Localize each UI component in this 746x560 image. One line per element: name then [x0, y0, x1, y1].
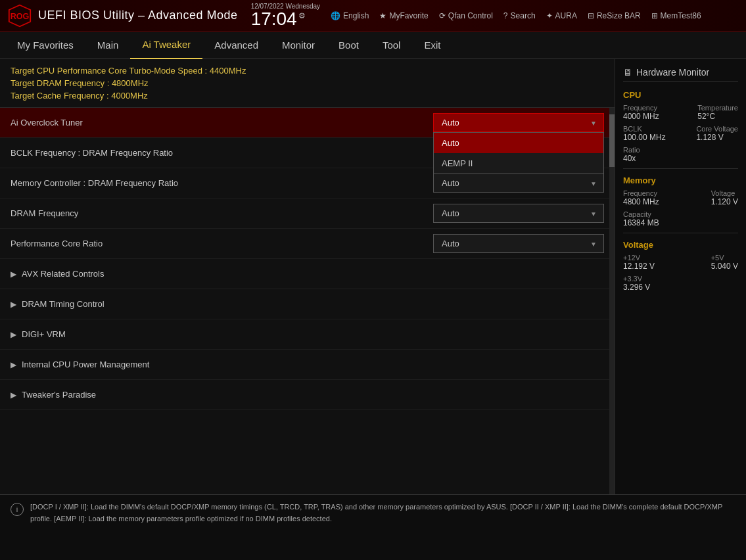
option-auto[interactable]: Auto	[434, 133, 603, 153]
hw-12v-value: 12.192 V	[623, 262, 655, 271]
hw-5v-value: 5.040 V	[711, 262, 738, 271]
hw-cpu-temp-value: 52°C	[697, 112, 738, 121]
hw-33v-label: +3.3V	[623, 275, 650, 283]
menu-item-exit[interactable]: Exit	[412, 32, 452, 59]
setting-ai-overclock-tuner: Ai Overclock Tuner Auto Auto AEMP II	[0, 108, 615, 138]
datetime-block: 12/07/2022 Wednesday 17:04⚙	[251, 3, 320, 28]
hw-cpu-freq-value: 4000 MHz	[623, 112, 659, 121]
hw-12v-row: +12V 12.192 V +5V 5.040 V	[623, 254, 738, 271]
hw-mem-freq-value: 4800 MHz	[623, 197, 659, 206]
memory-controller-dropdown-wrapper: Auto	[433, 174, 604, 193]
header-nav: 🌐 English ★ MyFavorite ⟳ Qfan Control ? …	[331, 11, 701, 20]
expand-cpu-power[interactable]: ▶ Internal CPU Power Management	[0, 350, 615, 380]
menubar: My Favorites Main Ai Tweaker Advanced Mo…	[0, 32, 746, 59]
menu-item-tool[interactable]: Tool	[371, 32, 413, 59]
hw-core-voltage-value: 1.128 V	[696, 133, 738, 142]
svg-text:ROG: ROG	[11, 12, 30, 21]
menu-item-boot[interactable]: Boot	[327, 32, 371, 59]
bclk-dram-label: BCLK Frequency : DRAM Frequency Ratio	[11, 148, 433, 158]
memory-controller-dropdown[interactable]: Auto	[433, 174, 604, 193]
expand-tp-label: Tweaker's Paradise	[22, 390, 96, 400]
aura-icon: ✦	[546, 11, 553, 20]
info-icon: i	[11, 503, 24, 516]
header: ROG UEFI BIOS Utility – Advanced Mode 12…	[0, 0, 746, 32]
expand-tweakers-paradise[interactable]: ▶ Tweaker's Paradise	[0, 380, 615, 410]
hw-mem-capacity-row: Capacity 16384 MB	[623, 210, 738, 227]
settings-list: Ai Overclock Tuner Auto Auto AEMP II BCL…	[0, 108, 615, 410]
target-dram-line: Target DRAM Frequency : 4800MHz	[11, 78, 604, 88]
menu-item-main[interactable]: Main	[85, 32, 131, 59]
info-box: i [DOCP I / XMP II]: Load the DIMM's def…	[0, 494, 746, 560]
menu-item-monitor[interactable]: Monitor	[270, 32, 327, 59]
option-aemp2[interactable]: AEMP II	[434, 153, 603, 174]
expand-arrow-avx: ▶	[11, 269, 16, 279]
scroll-thumb[interactable]	[609, 114, 615, 167]
setting-performance-core-ratio: Performance Core Ratio Auto	[0, 229, 615, 259]
hw-ratio-label: Ratio	[623, 146, 640, 154]
expand-avx[interactable]: ▶ AVX Related Controls	[0, 259, 615, 289]
star-icon: ★	[379, 11, 386, 20]
expand-dram-timing[interactable]: ▶ DRAM Timing Control	[0, 289, 615, 319]
hw-mem-freq-row: Frequency 4800 MHz Voltage 1.120 V	[623, 189, 738, 206]
perf-core-ratio-label: Performance Core Ratio	[11, 239, 433, 248]
main-layout: Target CPU Performance Core Turbo-Mode S…	[0, 59, 746, 494]
hw-33v-value: 3.296 V	[623, 283, 650, 292]
nav-aura[interactable]: ✦ AURA	[546, 11, 577, 20]
hw-capacity-value: 16384 MB	[623, 218, 659, 227]
perf-core-ratio-dropdown-wrapper: Auto	[433, 234, 604, 253]
monitor-icon: 🖥	[623, 67, 632, 78]
ai-overclock-dropdown-wrapper: Auto Auto AEMP II	[433, 113, 604, 132]
hw-33v-row: +3.3V 3.296 V	[623, 275, 738, 292]
globe-icon: 🌐	[331, 11, 340, 20]
expand-cpu-label: Internal CPU Power Management	[22, 360, 149, 369]
ai-overclock-label: Ai Overclock Tuner	[11, 118, 433, 128]
nav-resizebar[interactable]: ⊟ ReSize BAR	[588, 11, 641, 20]
nav-memtest[interactable]: ⊞ MemTest86	[651, 11, 701, 20]
hw-divider-1	[623, 168, 738, 169]
nav-myfavorite[interactable]: ★ MyFavorite	[379, 11, 428, 20]
hw-cpu-freq-label: Frequency	[623, 104, 659, 112]
hw-ratio-value: 40x	[623, 154, 640, 163]
nav-qfan[interactable]: ⟳ Qfan Control	[439, 11, 493, 20]
menu-item-favorites[interactable]: My Favorites	[5, 32, 85, 59]
content-area: Target CPU Performance Core Turbo-Mode S…	[0, 59, 615, 494]
expand-arrow-tp: ▶	[11, 390, 16, 400]
hw-bclk-row: BCLK 100.00 MHz Core Voltage 1.128 V	[623, 125, 738, 142]
hw-bclk-value: 100.00 MHz	[623, 133, 666, 142]
expand-avx-label: AVX Related Controls	[22, 269, 105, 279]
nav-search[interactable]: ? Search	[503, 11, 536, 20]
dram-frequency-dropdown[interactable]: Auto	[433, 204, 604, 223]
hw-voltage-title: Voltage	[623, 240, 738, 250]
hw-monitor-title: 🖥 Hardware Monitor	[623, 67, 738, 82]
nav-english[interactable]: 🌐 English	[331, 11, 369, 20]
hw-ratio-row: Ratio 40x	[623, 146, 738, 163]
resize-icon: ⊟	[588, 11, 594, 20]
ai-overclock-dropdown[interactable]: Auto	[433, 113, 604, 132]
menu-item-aitweaker[interactable]: Ai Tweaker	[130, 32, 202, 59]
hw-cpu-temp-label: Temperature	[697, 104, 738, 112]
settings-gear-icon[interactable]: ⚙	[298, 11, 306, 20]
scrollbar[interactable]	[609, 108, 615, 494]
expand-digi-vrm[interactable]: ▶ DIGI+ VRM	[0, 319, 615, 350]
expand-arrow-digi: ▶	[11, 330, 16, 339]
search-icon: ?	[503, 11, 508, 20]
app-title: UEFI BIOS Utility – Advanced Mode	[38, 9, 238, 22]
settings-content: Ai Overclock Tuner Auto Auto AEMP II BCL…	[0, 108, 615, 494]
expand-arrow-cpu: ▶	[11, 360, 16, 369]
hardware-monitor-panel: 🖥 Hardware Monitor CPU Frequency 4000 MH…	[615, 59, 746, 494]
hw-divider-2	[623, 233, 738, 233]
expand-digi-label: DIGI+ VRM	[22, 329, 66, 339]
hw-5v-label: +5V	[711, 254, 738, 262]
hw-mem-voltage-value: 1.120 V	[711, 197, 738, 206]
hw-memory-title: Memory	[623, 175, 738, 185]
info-text: [DOCP I / XMP II]: Load the DIMM's defau…	[30, 502, 735, 553]
hw-bclk-label: BCLK	[623, 125, 666, 133]
rog-logo-icon: ROG	[8, 4, 32, 28]
target-cache-line: Target Cache Frequency : 4000MHz	[11, 91, 604, 101]
menu-item-advanced[interactable]: Advanced	[202, 32, 270, 59]
perf-core-ratio-dropdown[interactable]: Auto	[433, 234, 604, 253]
hw-cpu-freq-row: Frequency 4000 MHz Temperature 52°C	[623, 104, 738, 121]
hw-capacity-label: Capacity	[623, 210, 659, 218]
dram-frequency-label: DRAM Frequency	[11, 208, 433, 218]
dram-frequency-dropdown-wrapper: Auto	[433, 204, 604, 223]
